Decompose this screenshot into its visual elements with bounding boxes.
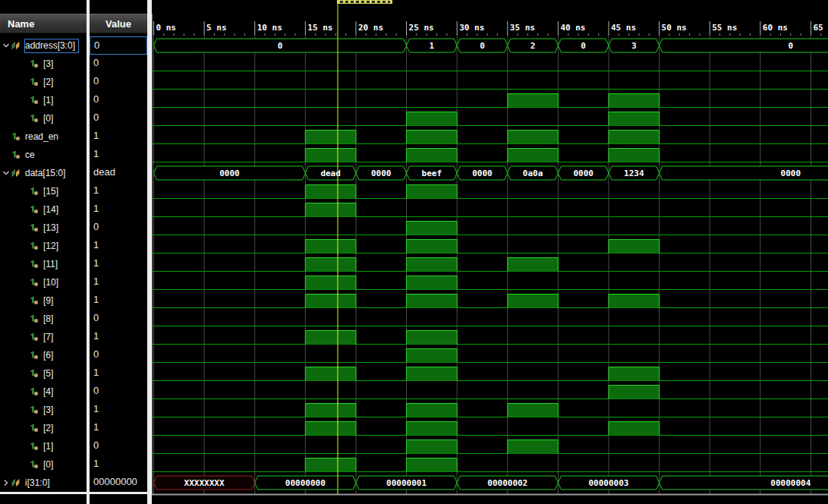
scalar-signal-icon [29,369,40,378]
signal-name-row[interactable]: [1] [0,437,87,455]
signal-value-cell[interactable]: 1 [90,455,147,474]
signal-value-cell[interactable]: 1 [90,419,147,437]
signal-name-row[interactable]: [5] [0,364,87,383]
signal-value-cell[interactable]: 0 [90,310,147,328]
expand-chevron-icon[interactable] [0,42,11,49]
signal-name-row[interactable]: [7] [0,328,87,346]
signal-value-cell[interactable]: 1 [90,291,147,310]
signal-name-row[interactable]: [3] [0,401,87,419]
signal-name-row[interactable]: read_en [0,128,87,146]
scalar-signal-icon [29,223,40,232]
bus-value-label: 00000001 [386,478,427,488]
signal-value-cell[interactable]: 0 [90,91,147,109]
signal-name-row[interactable]: [8] [0,310,87,328]
signal-name-row[interactable]: [4] [0,383,87,401]
signal-name-row[interactable]: [0] [0,109,87,128]
ruler-time-label: 20 ns [358,23,383,33]
scalar-signal-icon [29,59,40,68]
bus-value-label: 0 [278,41,283,51]
expand-chevron-icon[interactable] [0,479,11,487]
signal-name-row[interactable]: ce [0,146,87,164]
bit-high-block [305,258,356,272]
signal-value-cell[interactable]: 00000000 [90,474,147,492]
names-header-label: Name [8,18,34,30]
signal-name-label: [4] [43,385,57,399]
bus-value-label: 1 [430,41,435,51]
signal-name-label: [5] [43,367,57,381]
bit-high-block [407,258,458,272]
signal-name-row[interactable]: [9] [0,291,87,310]
waveform-canvas[interactable]: 0 ns5 ns10 ns15 ns20 ns25 ns30 ns35 ns40… [152,0,828,504]
signal-value-cell[interactable]: 1 [90,146,147,164]
signal-value-cell[interactable]: 0 [90,36,147,55]
bit-high-block [305,131,356,144]
bit-high-block [407,404,458,417]
bus-value-label: 0 [581,41,586,51]
bit-high-block [407,440,458,454]
signal-name-label: [6] [43,348,57,363]
signal-name-row[interactable]: [12] [0,237,87,255]
signal-value-cell[interactable]: 0 [90,219,147,237]
signal-name-label: i[31:0] [24,476,54,490]
signal-name-row[interactable]: [3] [0,55,87,73]
signal-name-row[interactable]: [11] [0,255,87,273]
ruler-time-label: 25 ns [409,23,434,33]
signal-value: 0 [93,93,99,105]
signal-value: 1 [93,257,99,269]
signal-name-label: ce [24,148,39,162]
bus-value-label: 00000002 [487,478,527,488]
signal-value-cell[interactable]: 1 [90,364,147,383]
ruler-time-label: 30 ns [459,23,484,33]
bit-high-block [305,367,356,381]
signal-type-icon [29,314,40,323]
signal-value-cell[interactable]: 0 [90,109,147,128]
signal-value-cell[interactable]: 1 [90,200,147,219]
bit-high-block [407,185,458,199]
signal-name-row[interactable]: i[31:0] [0,474,87,492]
signal-value-cell[interactable]: 0 [90,73,147,91]
signal-value-cell[interactable]: 1 [90,273,147,291]
signal-type-icon [11,169,22,178]
signal-name-row[interactable]: [14] [0,200,87,219]
bus-value-label: beef [422,169,442,178]
expand-chevron-icon[interactable] [0,169,11,177]
signal-name-label: read_en [24,130,62,144]
signal-name-row[interactable]: [0] [0,455,87,474]
signal-value-cell[interactable]: 1 [90,328,147,346]
signal-value-cell[interactable]: 1 [90,401,147,419]
signal-value-cell[interactable]: 0 [90,437,147,455]
signal-type-icon [29,96,40,105]
signal-name-row[interactable]: [13] [0,219,87,237]
scalar-signal-icon [29,187,40,196]
signal-name-row[interactable]: data[15:0] [0,164,87,182]
signal-name-row[interactable]: [6] [0,346,87,364]
signal-name-row[interactable]: [10] [0,273,87,291]
bit-high-block [508,149,559,162]
signal-value-cell[interactable]: 1 [90,128,147,146]
signal-value: 0 [93,385,99,396]
bit-high-block [407,331,458,345]
signal-value-cell[interactable]: 0 [90,383,147,401]
signal-value-cell[interactable]: 1 [90,182,147,200]
signal-value-cell[interactable]: 0 [90,55,147,73]
signal-value-cell[interactable]: 1 [90,237,147,255]
bit-high-block [508,258,559,272]
signal-type-icon [11,478,22,487]
signal-value-cell[interactable]: 1 [90,255,147,273]
signal-type-icon [29,205,40,214]
scalar-signal-icon [29,296,40,305]
bus-icon [11,169,22,178]
bit-high-block [508,94,559,108]
signal-name-label: data[15:0] [24,166,69,181]
signal-value-cell[interactable]: dead [90,164,147,182]
signal-name-row[interactable]: [2] [0,73,87,91]
signal-value-cell[interactable]: 0 [90,346,147,364]
signal-name-row[interactable]: [1] [0,91,87,109]
signal-name-row[interactable]: address[3:0] [0,36,87,55]
signal-name-row[interactable]: [2] [0,419,87,437]
signal-name-label: [11] [43,257,61,272]
signal-name-label: [2] [43,421,57,436]
bit-high-block [305,240,356,254]
scalar-signal-icon [29,387,40,396]
signal-name-row[interactable]: [15] [0,182,87,200]
